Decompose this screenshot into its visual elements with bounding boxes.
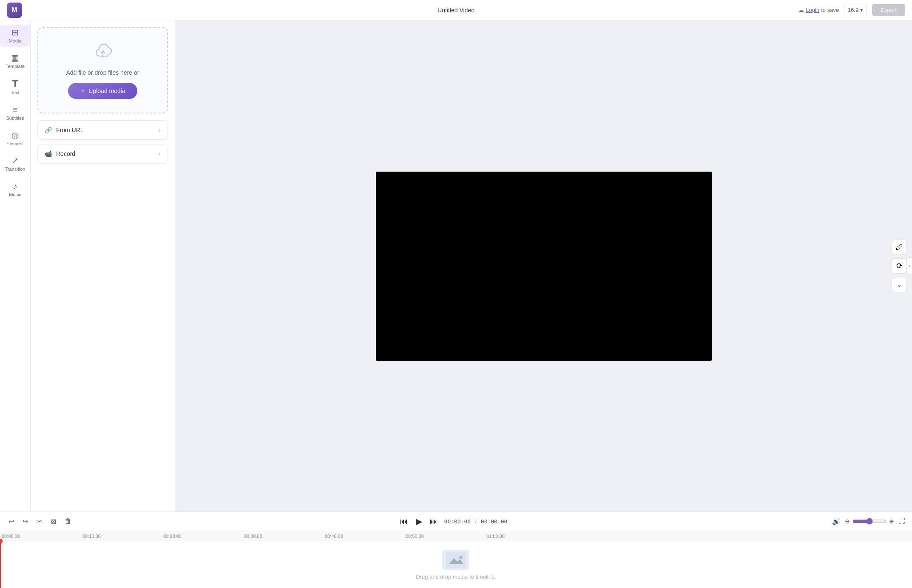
ruler-mark-1: 00:10.00: [81, 534, 162, 539]
drop-placeholder: Drag and drop media to timeline.: [416, 550, 496, 580]
from-url-left: 🔗 From URL: [45, 127, 84, 133]
timeline-area: ↩ ↪ ✂ ⊠ 🗑 ⏮ ▶ ⏭ 00:00.00 / 00:00.00 🔊 ⊖ …: [0, 512, 912, 588]
sidebar-item-template[interactable]: ▦ Template: [0, 50, 30, 72]
zoom-in-button[interactable]: ⊕: [889, 518, 894, 525]
save-hint: ☁ Login to save: [798, 7, 839, 14]
svg-point-2: [459, 556, 463, 559]
subtitles-icon: ≡: [13, 105, 18, 114]
toolbar-center: ⏮ ▶ ⏭ 00:00.00 / 00:00.00: [398, 515, 508, 527]
chevron-down-icon: ▾: [860, 7, 863, 13]
record-icon: 📹: [45, 150, 52, 157]
upload-media-button[interactable]: ＋ Upload media: [68, 83, 137, 99]
aspect-ratio-selector[interactable]: 16:9 ▾: [844, 5, 867, 15]
playhead: [0, 541, 1, 588]
play-button[interactable]: ▶: [414, 515, 424, 527]
split-button[interactable]: ⊠: [49, 516, 58, 527]
sidebar-item-element[interactable]: ◎ Element: [0, 127, 30, 150]
topbar-right: ☁ Login to save 16:9 ▾ Export: [798, 4, 905, 16]
sidebar-label-subtitles: Subtitles: [6, 116, 24, 121]
page-title: Untitled Video: [438, 7, 474, 14]
zoom-controls: ⊖ ⊕: [845, 518, 894, 525]
sidebar-item-text[interactable]: T Text: [0, 76, 30, 99]
chevron-right-icon: ›: [159, 127, 161, 133]
expand-button[interactable]: ⛶: [898, 517, 905, 525]
undo-button[interactable]: ↩: [7, 516, 16, 527]
toolbar-right: 🔊 ⊖ ⊕ ⛶: [832, 517, 905, 526]
record-item[interactable]: 📹 Record ›: [37, 144, 168, 164]
ruler-mark-4: 00:40.00: [323, 534, 404, 539]
upload-btn-label: Upload media: [88, 88, 125, 94]
plus-icon: ＋: [80, 87, 86, 95]
login-link[interactable]: Login: [806, 7, 819, 13]
time-separator: /: [475, 518, 477, 525]
sidebar-item-music[interactable]: ♪ Music: [0, 178, 30, 201]
time-current: 00:00.00: [444, 518, 471, 525]
media-panel: Add file or drop files here or ＋ Upload …: [31, 20, 175, 512]
from-url-label: From URL: [56, 127, 84, 133]
timeline-tracks: Drag and drop media to timeline.: [0, 541, 912, 588]
video-preview: [376, 172, 712, 361]
music-icon: ♪: [13, 182, 17, 190]
main-layout: ⊞ Media ▦ Template T Text ≡ Subtitles ◎ …: [0, 20, 912, 512]
template-icon: ▦: [11, 54, 19, 62]
chevron-down-float[interactable]: ⌄: [892, 277, 907, 292]
link-icon: 🔗: [45, 127, 52, 133]
redo-button[interactable]: ↪: [21, 516, 30, 527]
from-url-item[interactable]: 🔗 From URL ›: [37, 120, 168, 140]
app-logo: M: [7, 3, 22, 18]
zoom-out-button[interactable]: ⊖: [845, 518, 850, 525]
sidebar-label-template: Template: [6, 64, 25, 69]
ruler-mark-2: 00:20.00: [162, 534, 242, 539]
float-tools: 🖊 ⟳ ⌄: [892, 240, 907, 292]
sidebar-label-text: Text: [11, 90, 19, 95]
cut-button[interactable]: ✂: [35, 516, 44, 527]
drop-icon: [442, 550, 469, 570]
prev-button[interactable]: ⏮: [398, 516, 410, 527]
timeline-toolbar: ↩ ↪ ✂ ⊠ 🗑 ⏮ ▶ ⏭ 00:00.00 / 00:00.00 🔊 ⊖ …: [0, 512, 912, 531]
settings-tool-button[interactable]: ⟳: [892, 258, 907, 274]
sticker-tool-button[interactable]: 🖊: [892, 240, 907, 255]
export-button[interactable]: Export: [872, 4, 905, 16]
sidebar-item-subtitles[interactable]: ≡ Subtitles: [0, 102, 30, 124]
ruler-mark-0: 00:00.00: [0, 534, 81, 539]
drop-hint-text: Drag and drop media to timeline.: [416, 574, 496, 580]
upload-cloud-icon: [92, 42, 114, 64]
upload-hint-text: Add file or drop files here or: [66, 69, 139, 76]
ruler-mark-3: 00:30.00: [242, 534, 323, 539]
ruler-mark-6: 01:00.00: [485, 534, 565, 539]
save-hint-text: to save: [821, 7, 839, 13]
timeline-ruler: 00:00.00 00:10.00 00:20.00 00:30.00 00:4…: [0, 531, 912, 541]
timeline-content: 00:00.00 00:10.00 00:20.00 00:30.00 00:4…: [0, 531, 912, 588]
record-label: Record: [56, 150, 75, 157]
sidebar-item-transition[interactable]: ⤢ Transition: [0, 153, 30, 175]
sidebar-label-media: Media: [9, 38, 22, 43]
delete-button[interactable]: 🗑: [63, 516, 73, 527]
sidebar-item-media[interactable]: ⊞ Media: [0, 25, 30, 47]
sidebar-label-element: Element: [6, 141, 23, 146]
transition-icon: ⤢: [11, 156, 19, 165]
element-icon: ◎: [11, 131, 19, 139]
media-icon: ⊞: [11, 28, 19, 37]
aspect-ratio-value: 16:9: [848, 7, 858, 13]
time-total: 00:00.00: [481, 518, 508, 525]
volume-button[interactable]: 🔊: [832, 517, 841, 526]
chevron-right-icon-2: ›: [159, 150, 161, 157]
topbar-left: M: [7, 3, 22, 18]
preview-area: ‹ 🖊 ⟳ ⌄: [175, 20, 912, 512]
topbar: M Untitled Video ☁ Login to save 16:9 ▾ …: [0, 0, 912, 20]
sidebar-label-transition: Transition: [5, 167, 26, 172]
next-button[interactable]: ⏭: [428, 516, 440, 527]
upload-area: Add file or drop files here or ＋ Upload …: [37, 27, 168, 113]
text-icon: T: [12, 79, 18, 88]
sidebar: ⊞ Media ▦ Template T Text ≡ Subtitles ◎ …: [0, 20, 31, 512]
ruler-mark-5: 00:50.00: [404, 534, 485, 539]
toolbar-left: ↩ ↪ ✂ ⊠ 🗑: [7, 516, 73, 527]
sidebar-label-music: Music: [9, 192, 21, 197]
record-left: 📹 Record: [45, 150, 75, 157]
collapse-panel-handle[interactable]: ‹: [906, 257, 912, 274]
zoom-slider[interactable]: [852, 518, 886, 525]
